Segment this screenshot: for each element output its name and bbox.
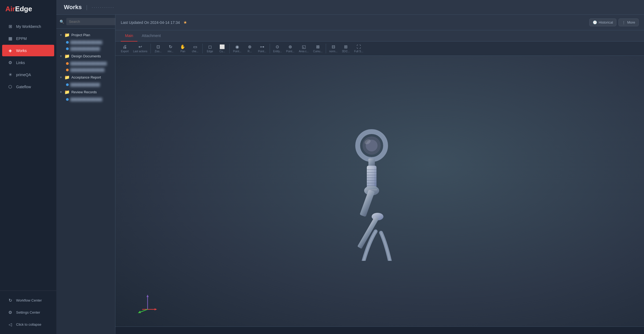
toolbar-btn-area-c[interactable]: ◱ Area c... — [297, 43, 310, 54]
toolbar-btn-cumu[interactable]: ⊠ Cumu... — [312, 43, 324, 54]
area-c-icon: ◱ — [302, 44, 306, 49]
toolbar-btn-last-actions[interactable]: ↩ Last actions — [131, 43, 149, 54]
point-measure-label: Point... — [258, 50, 266, 53]
sidebar-item-primeqa[interactable]: ✳ primeQA — [2, 69, 54, 80]
tab-main[interactable]: Main — [121, 30, 137, 42]
updated-info: Last Updated On 2024-04-14 17:34 ★ — [121, 20, 187, 25]
folder-review-records[interactable]: ▼ 📁 Review Records — [56, 88, 115, 96]
last-actions-icon: ↩ — [138, 44, 142, 49]
toolbar-btn-edge[interactable]: ◻ Edge — [204, 43, 215, 54]
point-coord-icon: ⊛ — [288, 44, 292, 49]
sidebar-nav: ⊞ My Workbench ▦ EPPM ◈ Works ⚙ Links ✳ … — [0, 18, 56, 291]
folder-label-design-documents: Design Documents — [71, 54, 101, 58]
toolbar-btn-point-coord[interactable]: ⊛ Point... — [284, 43, 296, 54]
toolbar-btn-point-snap[interactable]: ◉ Point... — [231, 43, 243, 54]
svg-rect-3 — [368, 158, 375, 166]
r-label: R... — [248, 50, 252, 53]
item-label-4: ███████████████ — [70, 68, 105, 72]
sidebar-item-links[interactable]: ⚙ Links — [2, 57, 54, 68]
viewer-tabs: Main Attachment — [115, 30, 644, 42]
toolbar-divider-4 — [270, 44, 270, 53]
sidebar-item-settings-center[interactable]: ⚙ Settings Center — [2, 307, 54, 318]
edge-icon: ◻ — [208, 44, 212, 49]
folder-label-review-records: Review Records — [71, 90, 97, 94]
axis-indicator — [137, 293, 158, 316]
tab-attachment[interactable]: Attachment — [137, 30, 165, 42]
folder-arrow-icon: ▼ — [60, 34, 62, 36]
sidebar-item-eppm[interactable]: ▦ EPPM — [2, 33, 54, 44]
folder-acceptance-report[interactable]: ▼ 📁 Acceptance Report — [56, 73, 115, 81]
svg-marker-20 — [147, 295, 149, 297]
item-label-1: ██████████████ — [70, 40, 102, 44]
toolbar-btn-norm[interactable]: ⊟ norm... — [328, 43, 339, 54]
zoom-icon: ⊡ — [156, 44, 160, 49]
item-label-2: █████████████ — [70, 47, 100, 51]
sidebar-item-gateflow[interactable]: ⬡ Gateflow — [2, 81, 54, 92]
tree-item-5[interactable]: █████████████ — [56, 81, 115, 88]
toolbar-btn-cu[interactable]: ⬜ Cu... — [217, 43, 228, 54]
sidebar-item-collapse[interactable]: ◁ Click to collapse — [2, 319, 54, 330]
tree-item-1[interactable]: ██████████████ — [56, 39, 115, 46]
export-label: Export — [121, 50, 129, 53]
folder-arrow-icon-2: ▼ — [60, 55, 62, 58]
rev-label: rev... — [168, 50, 173, 53]
viewer-panel: Last Updated On 2024-04-14 17:34 ★ 🕐 His… — [115, 15, 644, 334]
toolbar-btn-r[interactable]: ⊕ R... — [244, 43, 255, 54]
toolbar-divider-5 — [326, 44, 326, 53]
entity-icon: ⊙ — [276, 44, 279, 49]
toolbar-btn-entity[interactable]: ⊙ Entity... — [272, 43, 284, 54]
pan-icon: ✋ — [180, 44, 185, 49]
favorite-star-icon[interactable]: ★ — [183, 20, 187, 25]
workbench-icon: ⊞ — [8, 24, 13, 29]
left-panel: 🔍 ≡ ▼ 📁 Project Plan ██████████████ ███ — [56, 15, 115, 334]
toolbar-btn-zoom[interactable]: ⊡ Zoo... — [152, 43, 164, 54]
tree-item-4[interactable]: ███████████████ — [56, 67, 115, 73]
more-dots-icon: ⋮ — [622, 20, 625, 24]
area-c-label: Area c... — [299, 50, 309, 53]
search-input[interactable] — [66, 18, 117, 25]
sidebar-label-gateflow: Gateflow — [16, 85, 31, 89]
workflow-icon: ↻ — [8, 298, 13, 303]
sidebar-item-workflow-center[interactable]: ↻ Workflow Center — [2, 295, 54, 306]
item-label-3: ████████████████ — [70, 62, 107, 65]
folder-arrow-icon-3: ▼ — [60, 76, 62, 79]
entity-label: Entity... — [273, 50, 282, 53]
sidebar: AirEdge ⊞ My Workbench ▦ EPPM ◈ Works ⚙ … — [0, 0, 56, 334]
eppm-icon: ▦ — [8, 36, 13, 41]
tree-item-6[interactable]: ██████████████ — [56, 96, 115, 103]
header-actions: 🕐 Historical ⋮ More — [589, 18, 639, 26]
more-button[interactable]: ⋮ More — [619, 18, 639, 26]
statusbar — [115, 326, 644, 334]
viewer-header: Last Updated On 2024-04-14 17:34 ★ 🕐 His… — [115, 15, 644, 30]
sidebar-item-works[interactable]: ◈ Works — [2, 45, 54, 56]
sidebar-item-my-workbench[interactable]: ⊞ My Workbench — [2, 21, 54, 32]
cumu-label: Cumu... — [313, 50, 323, 53]
item-dot-1 — [66, 41, 69, 44]
3d-viewer[interactable] — [115, 56, 644, 326]
toolbar-btn-full-s[interactable]: ⛶ Full S... — [353, 43, 365, 54]
logo-edge: Edge — [15, 5, 32, 13]
export-icon: 🖨 — [123, 44, 127, 49]
tree-item-2[interactable]: █████████████ — [56, 46, 115, 52]
item-dot-5 — [66, 83, 69, 86]
folder-icon-review: 📁 — [64, 90, 70, 95]
historical-button[interactable]: 🕐 Historical — [589, 18, 616, 26]
folder-project-plan[interactable]: ▼ 📁 Project Plan — [56, 31, 115, 39]
tree-item-3[interactable]: ████████████████ — [56, 60, 115, 67]
search-icon: 🔍 — [60, 20, 64, 24]
check-icon: ▭ — [193, 44, 197, 49]
toolbar-btn-pan[interactable]: ✋ Pan — [177, 43, 188, 54]
works-icon: ◈ — [8, 48, 13, 53]
sidebar-label-my-workbench: My Workbench — [16, 24, 41, 29]
point-snap-icon: ◉ — [235, 44, 239, 49]
toolbar-btn-export[interactable]: 🖨 Export — [119, 43, 130, 54]
sidebar-label-workflow-center: Workflow Center — [16, 298, 42, 302]
toolbar-btn-point-measure[interactable]: ⊶ Point... — [257, 43, 268, 54]
3d2-label: 3D/2... — [342, 50, 350, 53]
toolbar-btn-check[interactable]: ▭ che... — [189, 43, 201, 54]
cu-label: Cu... — [219, 50, 225, 53]
point-measure-icon: ⊶ — [260, 44, 264, 49]
toolbar-btn-rev[interactable]: ↻ rev... — [165, 43, 176, 54]
toolbar-btn-3d2[interactable]: ⊞ 3D/2... — [340, 43, 352, 54]
folder-design-documents[interactable]: ▼ 📁 Design Documents — [56, 52, 115, 60]
